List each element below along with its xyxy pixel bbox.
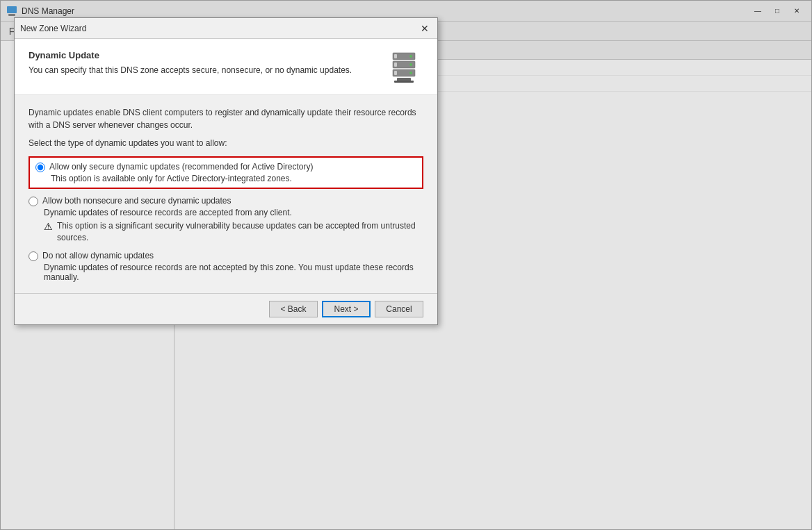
next-button[interactable]: Next > xyxy=(322,301,371,317)
wizard-question-text: Select the type of dynamic updates you w… xyxy=(29,138,423,148)
radio-input-no-updates[interactable] xyxy=(29,251,38,261)
svg-point-8 xyxy=(409,55,412,58)
radio-text-no-updates: Do not allow dynamic updates xyxy=(42,251,154,260)
radio-option-no-updates: Do not allow dynamic updates Dynamic upd… xyxy=(29,251,423,282)
wizard-header: Dynamic Update You can specify that this… xyxy=(15,39,437,95)
svg-rect-5 xyxy=(394,54,397,58)
svg-point-9 xyxy=(409,63,412,66)
radio-label-nonsecure[interactable]: Allow both nonsecure and secure dynamic … xyxy=(29,196,423,206)
radio-text-secure-only: Allow only secure dynamic updates (recom… xyxy=(49,162,314,172)
server-icon xyxy=(387,50,423,86)
svg-rect-6 xyxy=(394,63,397,67)
radio-option-nonsecure: Allow both nonsecure and secure dynamic … xyxy=(29,196,423,244)
wizard-dialog: New Zone Wizard ✕ Dynamic Update You can… xyxy=(14,17,438,325)
radio-label-no-updates[interactable]: Do not allow dynamic updates xyxy=(29,251,423,261)
radio-group: Allow only secure dynamic updates (recom… xyxy=(29,156,423,282)
wizard-intro-text: Dynamic updates enable DNS client comput… xyxy=(29,106,423,131)
radio-subtext-nonsecure: Dynamic updates of resource records are … xyxy=(44,208,423,217)
wizard-title: New Zone Wizard xyxy=(20,24,418,33)
wizard-close-button[interactable]: ✕ xyxy=(418,22,432,35)
radio-input-nonsecure[interactable] xyxy=(29,197,38,206)
wizard-header-text: Dynamic Update You can specify that this… xyxy=(29,50,376,76)
radio-option-secure-only: Allow only secure dynamic updates (recom… xyxy=(29,156,423,189)
wizard-body: Dynamic updates enable DNS client comput… xyxy=(15,95,437,293)
svg-rect-7 xyxy=(394,71,397,75)
radio-label-secure-only[interactable]: Allow only secure dynamic updates (recom… xyxy=(35,162,416,172)
svg-rect-12 xyxy=(394,81,414,83)
warning-icon: ⚠ xyxy=(44,221,53,232)
radio-subtext-secure-only: This option is available only for Active… xyxy=(51,174,416,183)
back-button[interactable]: < Back xyxy=(269,301,318,317)
radio-input-secure-only[interactable] xyxy=(35,163,45,172)
radio-subtext-no-updates: Dynamic updates of resource records are … xyxy=(44,263,423,282)
wizard-titlebar: New Zone Wizard ✕ xyxy=(15,18,437,39)
warning-text: This option is a significant security vu… xyxy=(57,220,423,244)
cancel-button[interactable]: Cancel xyxy=(375,301,423,317)
wizard-header-title: Dynamic Update xyxy=(29,50,376,60)
svg-point-10 xyxy=(409,72,412,74)
warning-row: ⚠ This option is a significant security … xyxy=(44,220,423,244)
radio-text-nonsecure: Allow both nonsecure and secure dynamic … xyxy=(42,196,232,206)
wizard-header-description: You can specify that this DNS zone accep… xyxy=(29,65,376,76)
wizard-footer: < Back Next > Cancel xyxy=(15,293,437,324)
